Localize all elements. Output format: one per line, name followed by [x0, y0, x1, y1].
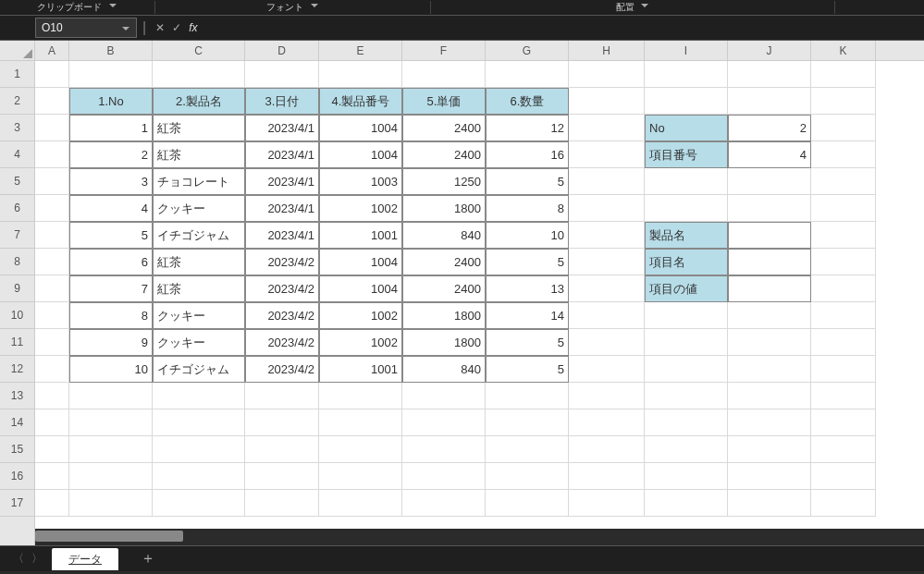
- row-header[interactable]: 11: [0, 329, 34, 356]
- cell-qty[interactable]: 5: [486, 329, 569, 356]
- cell[interactable]: [811, 436, 876, 463]
- cell-date[interactable]: 2023/4/2: [245, 356, 319, 383]
- table-header-price[interactable]: 5.単価: [402, 88, 486, 115]
- cell[interactable]: [35, 195, 69, 222]
- col-header-i[interactable]: I: [645, 41, 728, 60]
- cell[interactable]: [569, 490, 645, 517]
- cell-price[interactable]: 2400: [402, 249, 486, 275]
- table-header-date[interactable]: 3.日付: [245, 88, 319, 115]
- cell-name[interactable]: クッキー: [153, 195, 245, 222]
- cell[interactable]: [35, 490, 69, 517]
- fx-icon[interactable]: fx: [189, 21, 197, 34]
- cell-date[interactable]: 2023/4/1: [245, 141, 319, 168]
- cell[interactable]: [728, 195, 811, 222]
- cell[interactable]: [645, 463, 728, 490]
- cell[interactable]: [569, 356, 645, 383]
- cell[interactable]: [319, 463, 402, 490]
- cell-no[interactable]: 3: [69, 168, 153, 195]
- cell[interactable]: [645, 195, 728, 222]
- cell[interactable]: [69, 61, 153, 88]
- cell[interactable]: [728, 436, 811, 463]
- cell[interactable]: [569, 195, 645, 222]
- col-header-d[interactable]: D: [245, 41, 319, 60]
- cell-date[interactable]: 2023/4/1: [245, 222, 319, 249]
- cell[interactable]: [35, 383, 69, 409]
- cell[interactable]: [35, 249, 69, 275]
- cell-no[interactable]: 9: [69, 329, 153, 356]
- cell[interactable]: [569, 222, 645, 249]
- cell-grid[interactable]: 1.No 2.製品名 3.日付 4.製品番号 5.単価 6.数量 1 紅茶 20…: [35, 61, 924, 545]
- cell[interactable]: [35, 463, 69, 490]
- lookup2-r2[interactable]: 項目名: [645, 249, 728, 275]
- row-header[interactable]: 3: [0, 115, 34, 141]
- cell[interactable]: [245, 61, 319, 88]
- cell-qty[interactable]: 13: [486, 275, 569, 302]
- cell[interactable]: [811, 383, 876, 409]
- cell-qty[interactable]: 10: [486, 222, 569, 249]
- cell[interactable]: [35, 302, 69, 329]
- lookup2-r3-val[interactable]: [728, 275, 811, 302]
- cell[interactable]: [569, 249, 645, 275]
- col-header-h[interactable]: H: [569, 41, 645, 60]
- cell[interactable]: [645, 61, 728, 88]
- cell[interactable]: [811, 356, 876, 383]
- cell[interactable]: [245, 409, 319, 436]
- cell[interactable]: [811, 275, 876, 302]
- table-header-no[interactable]: 1.No: [69, 88, 153, 115]
- cell[interactable]: [486, 463, 569, 490]
- cell[interactable]: [645, 329, 728, 356]
- lookup-item-value[interactable]: 4: [728, 141, 811, 168]
- cell-pid[interactable]: 1002: [319, 195, 402, 222]
- cell[interactable]: [569, 115, 645, 141]
- cell[interactable]: [811, 329, 876, 356]
- cell[interactable]: [728, 490, 811, 517]
- lookup2-r3[interactable]: 項目の値: [645, 275, 728, 302]
- cell[interactable]: [811, 222, 876, 249]
- cell[interactable]: [319, 490, 402, 517]
- cell-price[interactable]: 1800: [402, 329, 486, 356]
- row-header[interactable]: 15: [0, 436, 34, 463]
- cell-qty[interactable]: 8: [486, 195, 569, 222]
- cell[interactable]: [728, 61, 811, 88]
- cell[interactable]: [402, 383, 486, 409]
- cell-qty[interactable]: 5: [486, 356, 569, 383]
- cell[interactable]: [569, 61, 645, 88]
- cell[interactable]: [645, 88, 728, 115]
- cell-qty[interactable]: 14: [486, 302, 569, 329]
- cell-no[interactable]: 1: [69, 115, 153, 141]
- col-header-a[interactable]: A: [35, 41, 69, 60]
- row-header[interactable]: 6: [0, 195, 34, 222]
- cell[interactable]: [728, 88, 811, 115]
- tab-nav-prev[interactable]: 〈: [9, 551, 28, 567]
- cell-pid[interactable]: 1003: [319, 168, 402, 195]
- cell-pid[interactable]: 1002: [319, 329, 402, 356]
- cell[interactable]: [35, 88, 69, 115]
- row-header[interactable]: 14: [0, 409, 34, 436]
- cell[interactable]: [486, 490, 569, 517]
- cell[interactable]: [35, 222, 69, 249]
- dropdown-icon[interactable]: [310, 1, 319, 10]
- lookup2-r1[interactable]: 製品名: [645, 222, 728, 249]
- cell-no[interactable]: 4: [69, 195, 153, 222]
- cell-date[interactable]: 2023/4/2: [245, 275, 319, 302]
- cell[interactable]: [569, 275, 645, 302]
- cell-no[interactable]: 8: [69, 302, 153, 329]
- cell-name[interactable]: 紅茶: [153, 275, 245, 302]
- dropdown-icon[interactable]: [640, 1, 649, 10]
- cell-date[interactable]: 2023/4/1: [245, 115, 319, 141]
- scrollbar-thumb[interactable]: [35, 531, 183, 542]
- cell[interactable]: [728, 383, 811, 409]
- sheet-tab-active[interactable]: データ: [52, 548, 118, 570]
- cell[interactable]: [35, 61, 69, 88]
- cell[interactable]: [402, 463, 486, 490]
- cell[interactable]: [245, 436, 319, 463]
- cell-price[interactable]: 2400: [402, 141, 486, 168]
- cell-qty[interactable]: 12: [486, 115, 569, 141]
- cell[interactable]: [319, 383, 402, 409]
- cell[interactable]: [245, 383, 319, 409]
- table-header-name[interactable]: 2.製品名: [153, 88, 245, 115]
- row-header[interactable]: 10: [0, 302, 34, 329]
- cell[interactable]: [728, 463, 811, 490]
- cell[interactable]: [645, 490, 728, 517]
- cell[interactable]: [402, 409, 486, 436]
